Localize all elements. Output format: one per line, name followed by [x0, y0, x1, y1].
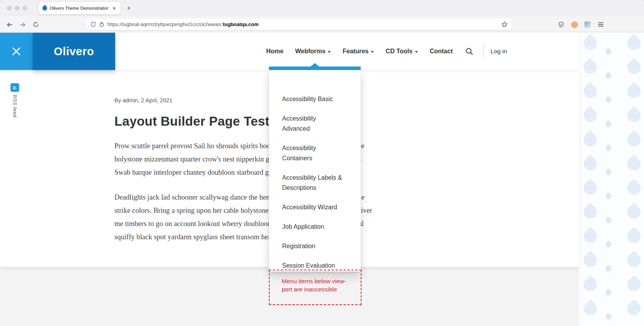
- shield-icon[interactable]: [90, 21, 96, 28]
- nav-item-label: CD Tools: [386, 48, 412, 55]
- close-window-button[interactable]: [7, 6, 12, 11]
- menu-item-label: Accessibility Advanced: [282, 115, 316, 132]
- menu-item-label: Session Evaluation: [282, 262, 335, 269]
- back-button[interactable]: [4, 19, 15, 30]
- nav-item[interactable]: CD Tools: [386, 48, 418, 55]
- search-icon: [465, 47, 473, 55]
- menu-item[interactable]: Accessibility Wizard: [269, 198, 361, 217]
- toolbar-account-icon[interactable]: [569, 19, 580, 30]
- window-controls: [7, 6, 27, 11]
- drupal-favicon-icon: [42, 5, 48, 12]
- menu-item[interactable]: Job Application: [269, 217, 361, 237]
- background-pattern: [579, 33, 644, 326]
- menu-item-label: Accessibility Labels & Descriptions: [282, 174, 342, 191]
- browser-window: Olivero Theme Demonstration ✕ + https://…: [0, 0, 644, 326]
- search-button[interactable]: [462, 44, 476, 58]
- tab-close-icon[interactable]: ✕: [111, 5, 117, 12]
- login-link[interactable]: Log in: [491, 48, 507, 55]
- header-divider: [483, 44, 484, 58]
- menu-close-button[interactable]: [0, 33, 33, 70]
- chevron-down-icon: [328, 51, 331, 53]
- menu-item[interactable]: Accessibility Labels & Descriptions: [269, 168, 361, 198]
- menu-item-label: Accessibility Containers: [282, 145, 316, 161]
- submenu-list: Accessibility Basic Accessibility Advanc…: [269, 89, 361, 272]
- submenu-pointer-icon: [311, 63, 319, 67]
- nav-item[interactable]: Home: [266, 48, 283, 55]
- menu-item-label: Accessibility Wizard: [282, 204, 337, 210]
- menu-item[interactable]: Accessibility Containers: [269, 138, 361, 168]
- menu-item-label: Accessibility Basic: [282, 96, 333, 102]
- nav-item-label: Features: [342, 48, 369, 55]
- url-bar[interactable]: https://tugboat-aqrmztryfqsezpvnghut1csz…: [86, 19, 512, 30]
- browser-toolbar: https://tugboat-aqrmztryfqsezpvnghut1csz…: [0, 16, 644, 32]
- menu-item-label: Registration: [282, 243, 315, 249]
- lock-icon[interactable]: [99, 21, 104, 27]
- url-text: https://tugboat-aqrmztryfqsezpvnghut1csz…: [107, 21, 258, 27]
- annotation-line: port are inaccessible: [282, 285, 357, 293]
- bookmark-star-icon[interactable]: [501, 21, 508, 28]
- browser-tab[interactable]: Olivero Theme Demonstration ✕: [39, 2, 121, 14]
- nav-item[interactable]: Features: [342, 48, 374, 55]
- rss-feed-label: RSS feed: [12, 95, 18, 117]
- primary-nav: Home Webforms Features CD Tools: [266, 48, 453, 55]
- nav-item[interactable]: Webforms: [295, 48, 331, 55]
- reload-button[interactable]: [30, 19, 41, 30]
- nav-item-label: Contact: [430, 48, 453, 55]
- tab-bar: Olivero Theme Demonstration ✕ +: [0, 0, 644, 16]
- zoom-window-button[interactable]: [23, 6, 27, 11]
- forward-button[interactable]: [17, 19, 28, 30]
- menu-item[interactable]: Session Evaluation: [269, 256, 361, 272]
- menu-item[interactable]: Accessibility Basic: [269, 89, 361, 109]
- annotation-line: Menu items below view-: [282, 277, 357, 285]
- rss-feed-button[interactable]: [11, 83, 19, 92]
- chevron-down-icon: [371, 51, 374, 53]
- submenu-top-bar: [269, 67, 361, 70]
- nav-item[interactable]: Contact: [430, 48, 453, 55]
- webforms-submenu: Accessibility Basic Accessibility Advanc…: [269, 63, 361, 272]
- menu-item[interactable]: Accessibility Advanced: [269, 109, 361, 138]
- site-branding[interactable]: Olivero: [33, 33, 115, 70]
- annotation-overlay: Menu items below view- port are inaccess…: [269, 270, 361, 305]
- rss-icon: [12, 85, 18, 90]
- close-icon: [11, 46, 21, 56]
- chevron-down-icon: [415, 51, 418, 53]
- site-name: Olivero: [54, 45, 94, 58]
- menu-item-label: Job Application: [282, 223, 324, 230]
- menu-icon[interactable]: [595, 19, 606, 30]
- page-viewport: Olivero Home Webforms Features: [0, 33, 644, 326]
- menu-item[interactable]: Registration: [269, 237, 361, 256]
- toolbar-extension-icon[interactable]: [582, 19, 593, 30]
- nav-item-label: Home: [266, 48, 283, 55]
- tab-title: Olivero Theme Demonstration: [50, 6, 109, 11]
- submenu-panel: Accessibility Basic Accessibility Advanc…: [269, 70, 361, 272]
- minimize-window-button[interactable]: [15, 6, 19, 11]
- toolbar-shield-icon[interactable]: [556, 19, 567, 30]
- nav-item-label: Webforms: [295, 48, 325, 55]
- url-domain: tugboatqa.com: [223, 21, 259, 27]
- new-tab-button[interactable]: +: [127, 4, 131, 12]
